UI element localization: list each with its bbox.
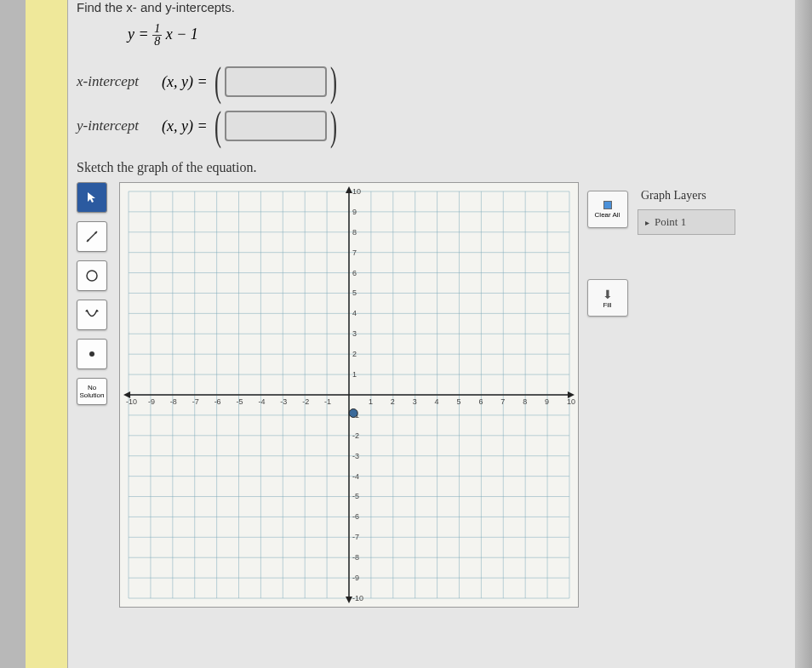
layer-point-1[interactable]: Point 1	[638, 209, 735, 235]
svg-text:8: 8	[523, 397, 527, 406]
svg-text:-7: -7	[192, 397, 199, 406]
svg-text:-4: -4	[352, 472, 359, 481]
svg-text:-5: -5	[352, 493, 359, 501]
svg-text:-10: -10	[126, 397, 137, 406]
svg-text:6: 6	[352, 269, 357, 277]
svg-text:10: 10	[567, 397, 575, 406]
line-tool[interactable]	[77, 221, 107, 252]
svg-text:2: 2	[352, 350, 357, 358]
no-solution-tool[interactable]: No Solution	[77, 378, 107, 405]
equation-rhs: x − 1	[166, 26, 198, 43]
svg-text:10: 10	[352, 187, 361, 196]
svg-text:8: 8	[352, 228, 357, 237]
paren-open: (	[214, 109, 221, 143]
svg-text:-2: -2	[352, 431, 359, 440]
svg-text:-6: -6	[214, 397, 221, 406]
svg-text:-3: -3	[352, 452, 359, 460]
svg-text:6: 6	[478, 397, 483, 406]
svg-point-3	[87, 271, 97, 281]
graph-svg: -10-9-8-7-6-5-4-3-2-112345678910-10-9-8-…	[120, 183, 578, 607]
circle-icon	[84, 268, 100, 283]
svg-text:1: 1	[352, 370, 357, 379]
y-intercept-eq: (x, y) =	[162, 117, 208, 135]
nosol-text2: Solution	[80, 391, 105, 399]
svg-text:1: 1	[369, 397, 373, 406]
equation-lhs: y =	[128, 26, 149, 43]
svg-text:7: 7	[352, 248, 357, 257]
fill-label: Fill	[603, 301, 611, 309]
x-intercept-input[interactable]	[225, 66, 327, 97]
svg-text:-1: -1	[324, 397, 331, 406]
svg-text:-8: -8	[170, 397, 177, 406]
svg-text:-2: -2	[302, 397, 309, 406]
svg-marker-53	[346, 186, 352, 193]
svg-text:-10: -10	[352, 594, 363, 602]
sketch-label: Sketch the graph of the equation.	[77, 160, 786, 175]
paren-close: )	[330, 65, 337, 99]
x-intercept-label: x-intercept	[77, 73, 162, 90]
svg-text:7: 7	[500, 397, 505, 406]
graph-toolbar: No Solution	[77, 182, 111, 608]
clear-all-button[interactable]: Clear All	[587, 191, 628, 228]
line-icon	[84, 229, 100, 244]
svg-text:-7: -7	[352, 533, 359, 541]
svg-point-95	[349, 409, 357, 418]
nosol-text1: No	[88, 384, 96, 391]
svg-text:9: 9	[545, 397, 549, 406]
y-intercept-label: y-intercept	[77, 117, 162, 134]
svg-text:-5: -5	[237, 397, 243, 406]
prompt-text: Find the x- and y-intercepts.	[77, 0, 786, 14]
fill-button[interactable]: ⬇ Fill	[587, 279, 628, 317]
svg-text:-3: -3	[280, 397, 287, 406]
svg-point-6	[89, 351, 94, 357]
svg-marker-54	[346, 597, 352, 603]
svg-text:9: 9	[352, 208, 357, 216]
cursor-icon	[86, 191, 98, 203]
y-intercept-input[interactable]	[225, 111, 327, 141]
svg-text:3: 3	[413, 397, 417, 406]
fill-icon: ⬇	[603, 288, 613, 301]
circle-tool[interactable]	[77, 260, 107, 291]
svg-text:3: 3	[352, 329, 357, 338]
paren-close: )	[330, 109, 337, 143]
svg-text:-9: -9	[148, 397, 155, 406]
point-tool[interactable]	[77, 339, 107, 369]
graph-layers-panel: Graph Layers Point 1	[638, 182, 735, 608]
svg-text:2: 2	[391, 397, 395, 406]
equation-numerator: 1	[152, 23, 162, 36]
svg-text:-6: -6	[352, 512, 359, 521]
svg-text:-8: -8	[352, 553, 359, 562]
equation: y = 1 8 x − 1	[128, 23, 786, 48]
svg-text:-4: -4	[258, 397, 265, 406]
svg-text:4: 4	[435, 397, 439, 406]
layers-title: Graph Layers	[638, 182, 735, 209]
parabola-tool[interactable]	[77, 300, 107, 330]
svg-text:5: 5	[456, 397, 460, 406]
x-intercept-eq: (x, y) =	[162, 73, 208, 91]
svg-text:5: 5	[352, 288, 357, 297]
equation-denominator: 8	[154, 36, 160, 48]
graph-canvas[interactable]: -10-9-8-7-6-5-4-3-2-112345678910-10-9-8-…	[119, 182, 579, 608]
svg-text:-9: -9	[352, 574, 359, 582]
square-icon	[603, 201, 612, 209]
point-icon	[84, 346, 100, 362]
paren-open: (	[214, 65, 221, 99]
clear-all-label: Clear All	[595, 211, 620, 219]
svg-text:4: 4	[352, 309, 357, 317]
pointer-tool[interactable]	[77, 182, 107, 213]
parabola-icon	[84, 307, 100, 323]
